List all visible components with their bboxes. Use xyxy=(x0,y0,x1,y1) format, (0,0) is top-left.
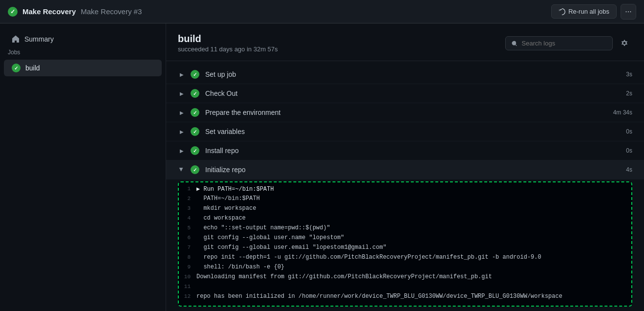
step-duration: 3s xyxy=(626,71,632,78)
topbar-actions: Re-run all jobs ··· xyxy=(551,4,636,20)
code-line-1: 1 ▶ Run PATH=~/bin:$PATH xyxy=(179,185,631,195)
code-line-7: 7 git config --global user.email "lopest… xyxy=(179,244,631,254)
build-success-icon xyxy=(12,64,21,72)
step-name: Initialize repo xyxy=(205,166,620,174)
step-duration: 2s xyxy=(626,90,632,97)
build-info: build succeeded 11 days ago in 32m 57s xyxy=(178,33,278,53)
home-icon xyxy=(12,35,20,43)
chevron-icon: ▶ xyxy=(178,109,186,116)
step-row-setvars[interactable]: ▶ Set variables 0s xyxy=(166,122,644,141)
topbar-left: Make Recovery Make Recovery #3 xyxy=(8,7,551,17)
code-line-5: 5 echo "::set-output name=pwd::$(pwd)" xyxy=(179,224,631,234)
workflow-status-icon xyxy=(8,7,18,17)
more-options-button[interactable]: ··· xyxy=(621,4,636,20)
code-line-2: 2 PATH=~/bin:$PATH xyxy=(179,195,631,205)
sidebar-item-summary[interactable]: Summary xyxy=(4,31,162,47)
code-line-10: 10 Downloading manifest from git://githu… xyxy=(179,273,631,283)
rerun-icon xyxy=(558,8,565,15)
code-line-12: 12 repo has been initialized in /home/ru… xyxy=(179,293,631,303)
code-block[interactable]: 1 ▶ Run PATH=~/bin:$PATH 2 PATH=~/bin:$P… xyxy=(178,181,632,307)
step-row-installrepo[interactable]: ▶ Install repo 0s xyxy=(166,141,644,160)
steps-list: ▶ Set up job 3s ▶ Check Out 2s ▶ Prepare… xyxy=(166,61,644,311)
step-name: Prepare the environment xyxy=(205,109,607,116)
content-header: build succeeded 11 days ago in 32m 57s xyxy=(166,23,644,61)
main-layout: Summary Jobs build build succeeded 11 da… xyxy=(0,23,644,311)
chevron-icon-open: ▶ xyxy=(178,166,186,174)
chevron-icon: ▶ xyxy=(178,70,186,78)
step-name: Install repo xyxy=(205,147,620,155)
step-duration: 0s xyxy=(626,147,632,154)
code-line-6: 6 git config --global user.name "lopesto… xyxy=(179,234,631,244)
sidebar-item-build[interactable]: build xyxy=(4,60,162,76)
step-success-icon xyxy=(191,70,199,79)
code-line-11: 11 xyxy=(179,283,631,293)
rerun-all-jobs-button[interactable]: Re-run all jobs xyxy=(551,4,617,19)
step-row-checkout[interactable]: ▶ Check Out 2s xyxy=(166,84,644,103)
step-name: Set up job xyxy=(205,70,620,78)
more-icon: ··· xyxy=(625,7,631,16)
step-success-icon xyxy=(191,108,199,117)
step-success-icon xyxy=(191,165,199,174)
chevron-icon: ▶ xyxy=(178,128,186,135)
workflow-title-main: Make Recovery xyxy=(22,7,76,16)
content-header-actions xyxy=(505,35,632,51)
code-line-8: 8 repo init --depth=1 -u git://github.co… xyxy=(179,254,631,264)
step-success-icon xyxy=(191,89,199,98)
step-duration: 0s xyxy=(626,128,632,135)
topbar: Make Recovery Make Recovery #3 Re-run al… xyxy=(0,0,644,23)
chevron-icon: ▶ xyxy=(178,147,186,155)
rerun-label: Re-run all jobs xyxy=(568,8,609,15)
chevron-icon: ▶ xyxy=(178,89,186,97)
step-row-setup[interactable]: ▶ Set up job 3s xyxy=(166,65,644,84)
sidebar-build-label: build xyxy=(25,64,40,72)
sidebar: Summary Jobs build xyxy=(0,23,166,311)
search-icon xyxy=(512,40,518,46)
search-logs-container[interactable] xyxy=(505,36,613,50)
sidebar-summary-label: Summary xyxy=(24,35,54,43)
code-line-3: 3 mkdir workspace xyxy=(179,205,631,215)
settings-icon[interactable] xyxy=(617,35,632,51)
jobs-section-label: Jobs xyxy=(0,47,166,60)
step-success-icon xyxy=(191,127,199,136)
build-title: build xyxy=(178,33,278,44)
step-duration: 4m 34s xyxy=(613,109,632,116)
search-logs-input[interactable] xyxy=(522,40,606,47)
content-area: build succeeded 11 days ago in 32m 57s xyxy=(166,23,644,311)
code-line-4: 4 cd workspace xyxy=(179,215,631,224)
build-meta: succeeded 11 days ago in 32m 57s xyxy=(178,45,278,53)
workflow-title-sub: Make Recovery #3 xyxy=(81,7,142,16)
step-row-initrepo[interactable]: ▶ Initialize repo 4s xyxy=(166,160,644,179)
step-name: Set variables xyxy=(205,128,620,135)
step-row-prepare[interactable]: ▶ Prepare the environment 4m 34s xyxy=(166,103,644,122)
code-block-wrapper: 1 ▶ Run PATH=~/bin:$PATH 2 PATH=~/bin:$P… xyxy=(166,179,644,307)
step-duration: 4s xyxy=(626,166,632,173)
step-success-icon xyxy=(191,146,199,155)
code-line-9: 9 shell: /bin/bash -e {0} xyxy=(179,264,631,273)
step-name: Check Out xyxy=(205,89,620,97)
